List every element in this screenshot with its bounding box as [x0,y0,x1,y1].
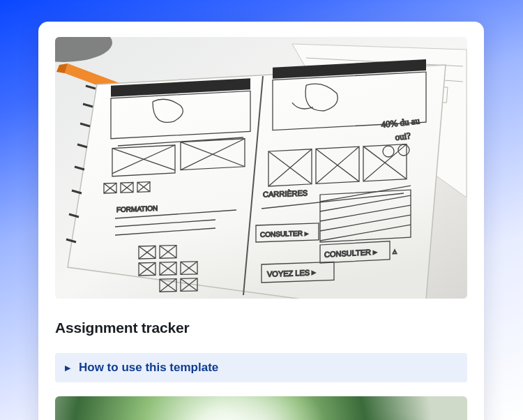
blurred-nature-icon [55,396,467,420]
how-to-use-expander[interactable]: ▶ How to use this template [55,353,467,382]
caret-right-icon: ▶ [65,364,70,372]
page-title: Assignment tracker [55,320,467,336]
document-card: FORMATION [38,22,484,420]
svg-text:VOYEZ LES ▸: VOYEZ LES ▸ [267,268,316,278]
expander-label: How to use this template [79,361,218,375]
svg-marker-10 [68,65,446,299]
svg-text:▵: ▵ [393,246,397,255]
wireframe-sketch-icon: FORMATION [55,37,467,299]
svg-text:FORMATION: FORMATION [116,204,158,213]
secondary-image [55,396,467,420]
svg-text:oui?: oui? [395,130,411,142]
svg-text:CARRIÈRES: CARRIÈRES [263,188,308,198]
hero-image: FORMATION [55,37,467,299]
